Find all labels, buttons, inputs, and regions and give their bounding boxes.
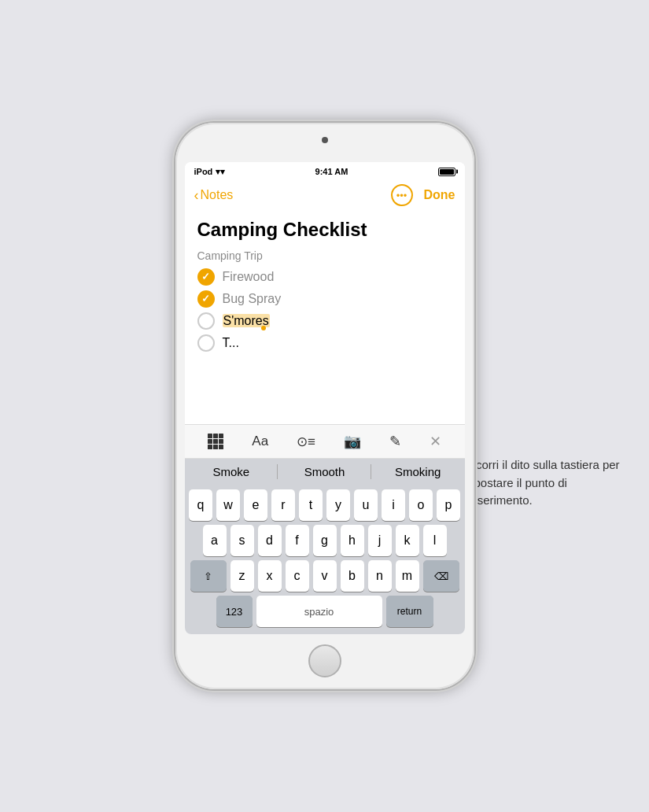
table-icon <box>208 434 223 449</box>
key-a[interactable]: a <box>203 525 227 556</box>
key-w[interactable]: w <box>216 489 240 521</box>
key-t[interactable]: t <box>299 489 323 521</box>
key-x[interactable]: x <box>258 560 282 592</box>
back-chevron-icon: ‹ <box>194 188 199 202</box>
key-numbers[interactable]: 123 <box>216 596 253 627</box>
key-backspace[interactable]: ⌫ <box>423 560 459 592</box>
key-r[interactable]: r <box>271 489 295 521</box>
autocomplete-bar: Smoke Smooth Smoking <box>185 459 465 485</box>
key-s[interactable]: s <box>230 525 254 556</box>
item-label-bugspray: Bug Spray <box>223 292 282 306</box>
checklist-item-smores: S'mores <box>197 312 452 330</box>
selected-text-smores: S'mores <box>223 314 270 327</box>
checkbox-smores[interactable] <box>197 312 215 330</box>
keyboard-row-2: a s d f g h j k l <box>188 525 462 556</box>
battery-fill <box>440 169 454 175</box>
key-e[interactable]: e <box>244 489 267 521</box>
checkbox-partial[interactable] <box>197 334 215 352</box>
key-h[interactable]: h <box>341 525 364 556</box>
key-z[interactable]: z <box>230 560 254 592</box>
key-return[interactable]: return <box>386 596 433 627</box>
key-i[interactable]: i <box>382 489 405 521</box>
list-format-button[interactable]: ⊙≡ <box>292 432 320 452</box>
font-icon: Aa <box>252 434 268 449</box>
screen: iPod ▾▾ 9:41 AM ‹ Notes ••• <box>185 162 465 634</box>
keyboard-row-4: 123 spazio return <box>188 596 462 627</box>
markup-icon: ✎ <box>389 433 401 450</box>
close-toolbar-button[interactable]: ✕ <box>425 431 446 452</box>
camera-dot <box>322 137 328 143</box>
checkbox-bugspray[interactable] <box>197 290 215 308</box>
camera-button[interactable]: 📷 <box>339 431 366 452</box>
key-c[interactable]: c <box>286 560 309 592</box>
item-label-smores[interactable]: S'mores <box>223 314 270 328</box>
keyboard-row-3: ⇧ z x c v b n m ⌫ <box>188 560 462 592</box>
key-o[interactable]: o <box>409 489 433 521</box>
key-l[interactable]: l <box>423 525 447 556</box>
nav-right-buttons: ••• Done <box>391 184 455 206</box>
checklist-item-firewood: Firewood <box>197 268 452 286</box>
keyboard-row-1: q w e r t y u i o p <box>188 489 462 521</box>
status-right <box>438 168 455 176</box>
note-content: Camping Checklist Camping Trip Firewood … <box>185 212 465 424</box>
format-toolbar: Aa ⊙≡ 📷 ✎ ✕ <box>185 424 465 459</box>
autocomplete-smooth[interactable]: Smooth <box>278 459 371 485</box>
table-button[interactable] <box>203 432 228 451</box>
key-m[interactable]: m <box>396 560 419 592</box>
item-label-partial: T... <box>223 336 239 350</box>
autocomplete-smoke[interactable]: Smoke <box>185 459 278 485</box>
key-q[interactable]: q <box>189 489 212 521</box>
device-frame: iPod ▾▾ 9:41 AM ‹ Notes ••• <box>175 123 474 689</box>
key-j[interactable]: j <box>368 525 392 556</box>
home-button[interactable] <box>308 644 341 677</box>
key-u[interactable]: u <box>354 489 378 521</box>
done-button[interactable]: Done <box>424 188 455 202</box>
key-space[interactable]: spazio <box>256 596 382 627</box>
markup-button[interactable]: ✎ <box>385 431 406 452</box>
key-d[interactable]: d <box>258 525 282 556</box>
back-label: Notes <box>201 188 234 202</box>
battery-icon <box>438 168 455 176</box>
key-f[interactable]: f <box>286 525 309 556</box>
back-button[interactable]: ‹ Notes <box>194 188 234 202</box>
key-shift[interactable]: ⇧ <box>190 560 227 592</box>
status-left: iPod ▾▾ <box>194 167 226 177</box>
close-icon: ✕ <box>430 433 441 450</box>
key-p[interactable]: p <box>437 489 460 521</box>
font-button[interactable]: Aa <box>247 432 273 451</box>
nav-bar: ‹ Notes ••• Done <box>185 181 465 212</box>
checkbox-firewood[interactable] <box>197 268 215 286</box>
key-y[interactable]: y <box>326 489 350 521</box>
key-b[interactable]: b <box>341 560 364 592</box>
scene: Scorri il dito sulla tastiera per sposta… <box>0 0 649 812</box>
keyboard: q w e r t y u i o p a s d f g <box>185 485 465 634</box>
checklist-item-bugspray: Bug Spray <box>197 290 452 308</box>
status-bar: iPod ▾▾ 9:41 AM <box>185 162 465 181</box>
list-format-icon: ⊙≡ <box>297 434 315 450</box>
text-cursor <box>261 326 266 330</box>
key-n[interactable]: n <box>368 560 392 592</box>
note-title[interactable]: Camping Checklist <box>197 219 452 242</box>
key-v[interactable]: v <box>313 560 337 592</box>
key-k[interactable]: k <box>396 525 419 556</box>
carrier-label: iPod <box>194 167 213 176</box>
note-subtitle: Camping Trip <box>197 249 452 262</box>
more-button[interactable]: ••• <box>391 184 413 206</box>
checklist-item-partial: T... <box>197 334 452 352</box>
more-icon: ••• <box>396 190 407 201</box>
annotation-text: Scorri il dito sulla tastiera per sposta… <box>468 456 633 510</box>
wifi-icon: ▾▾ <box>216 167 225 177</box>
camera-icon: 📷 <box>344 433 361 450</box>
item-label-firewood: Firewood <box>223 270 275 284</box>
status-time: 9:41 AM <box>315 167 348 176</box>
autocomplete-smoking[interactable]: Smoking <box>371 459 465 485</box>
key-g[interactable]: g <box>313 525 337 556</box>
